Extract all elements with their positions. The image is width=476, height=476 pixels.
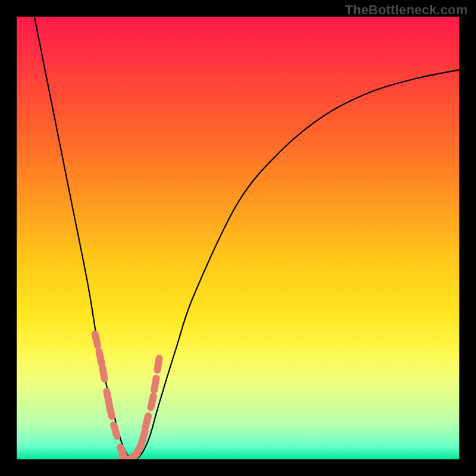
watermark-text: TheBottleneck.com: [345, 2, 468, 18]
curve-marker: [158, 358, 159, 370]
curve-marker: [142, 431, 145, 443]
curve-marker: [109, 405, 112, 416]
curve-marker: [102, 367, 105, 379]
curve-marker: [145, 416, 148, 427]
curve-layer: [17, 17, 459, 459]
curve-marker: [114, 425, 117, 436]
curve-marker: [151, 396, 154, 408]
bottleneck-curve-group: [35, 17, 459, 459]
curve-marker: [95, 334, 98, 346]
curve-marker: [154, 378, 156, 390]
chart-frame: TheBottleneck.com: [0, 0, 476, 476]
bottleneck-curve: [35, 17, 459, 459]
curve-marker: [135, 445, 140, 456]
marker-group: [95, 334, 159, 459]
plot-area: [17, 17, 459, 459]
curve-marker: [99, 352, 102, 364]
